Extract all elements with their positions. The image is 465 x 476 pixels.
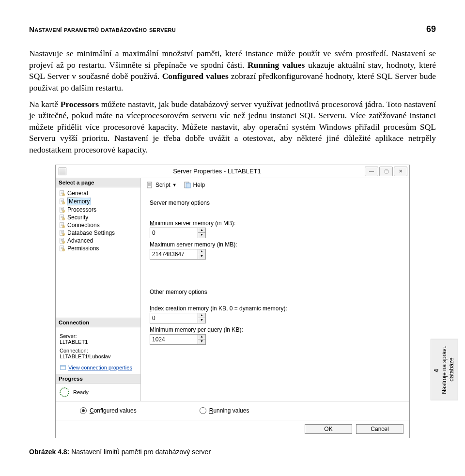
page-item-advanced[interactable]: Advanced (56, 237, 140, 245)
page-item-label: Connections (67, 222, 100, 229)
max-memory-label: Maximum server memory (in MB): (150, 241, 401, 248)
spin-up-icon[interactable]: ▲ (198, 228, 205, 233)
script-dropdown[interactable]: Script ▼ (146, 181, 177, 189)
ready-icon (60, 387, 69, 397)
page-item-label: Security (67, 214, 88, 221)
page-header-title: Nastavení parametrů databázového serveru (29, 25, 176, 33)
close-button[interactable]: ✕ (394, 167, 407, 176)
page-item-label: General (67, 190, 88, 197)
chevron-down-icon: ▼ (172, 183, 177, 187)
spin-down-icon[interactable]: ▼ (198, 318, 205, 323)
spin-down-icon[interactable]: ▼ (198, 233, 205, 238)
server-properties-window: Server Properties - LLTABLET1 — ▢ ✕ Sele… (55, 165, 410, 438)
minimize-button[interactable]: — (365, 167, 378, 176)
spin-up-icon[interactable]: ▲ (198, 249, 205, 255)
page-item-label: Database Settings (67, 230, 115, 236)
page-number: 69 (426, 24, 436, 34)
svg-rect-12 (60, 238, 64, 243)
page-icon (59, 198, 65, 205)
page-item-label: Advanced (67, 237, 93, 244)
svg-rect-0 (60, 190, 64, 196)
server-value: LLTABLET1 (60, 339, 137, 345)
properties-icon (60, 364, 66, 371)
script-icon (146, 181, 154, 189)
max-memory-spinner[interactable]: ▲ ▼ (150, 249, 206, 260)
page-icon (59, 190, 65, 197)
index-memory-spinner[interactable]: ▲ ▼ (150, 313, 206, 323)
connection-value: LLTABLET1\Luboslav (60, 353, 137, 359)
svg-rect-18 (147, 182, 152, 188)
app-icon (59, 168, 66, 175)
svg-rect-2 (60, 199, 64, 204)
server-label: Server: (60, 333, 137, 339)
page-item-memory[interactable]: Memory (56, 197, 140, 206)
min-memory-spinner[interactable]: ▲ ▼ (150, 228, 206, 238)
page-item-connections[interactable]: Connections (56, 221, 140, 229)
connection-header: Connection (56, 318, 140, 327)
page-item-processors[interactable]: Processors (56, 206, 140, 214)
svg-rect-4 (60, 207, 64, 212)
page-icon (59, 237, 65, 244)
page-list: GeneralMemoryProcessorsSecurityConnectio… (56, 187, 140, 254)
body-paragraph-1: Nastavuje se minimální a maximální množs… (29, 48, 436, 94)
view-connection-properties-link[interactable]: View connection properties (60, 364, 137, 371)
page-item-permissions[interactable]: Permissions (56, 245, 140, 252)
spin-up-icon[interactable]: ▲ (198, 313, 205, 319)
select-page-header: Select a page (56, 178, 140, 187)
page-item-security[interactable]: Security (56, 214, 140, 221)
page-icon (59, 206, 65, 213)
connection-label: Connection: (60, 348, 137, 353)
spin-down-icon[interactable]: ▼ (198, 339, 205, 344)
svg-rect-16 (61, 365, 66, 369)
svg-rect-6 (60, 215, 64, 220)
min-query-memory-input[interactable] (150, 335, 198, 344)
spin-down-icon[interactable]: ▼ (198, 254, 205, 259)
running-values-radio[interactable]: Running values (200, 407, 249, 414)
svg-rect-14 (60, 246, 64, 251)
page-item-database-settings[interactable]: Database Settings (56, 229, 140, 237)
index-memory-label: Index creation memory (in KB, 0 = dynami… (150, 305, 401, 312)
page-icon (59, 245, 65, 252)
svg-rect-20 (186, 183, 190, 188)
titlebar[interactable]: Server Properties - LLTABLET1 — ▢ ✕ (56, 165, 409, 178)
svg-rect-10 (60, 230, 64, 235)
min-memory-label: Minimum server memory (in MB): (150, 220, 401, 227)
page-icon (59, 222, 65, 229)
page-item-label: Memory (67, 198, 91, 205)
body-paragraph-2: Na kartě Processors můžete nastavit, jak… (29, 99, 436, 156)
help-button[interactable]: Help (184, 181, 205, 189)
spin-up-icon[interactable]: ▲ (198, 335, 205, 340)
page-item-general[interactable]: General (56, 189, 140, 197)
progress-header: Progress (56, 374, 140, 384)
cancel-button[interactable]: Cancel (356, 424, 403, 434)
figure-caption: Obrázek 4.8: Nastavení limitů paměti pro… (29, 448, 436, 456)
ready-label: Ready (73, 389, 89, 395)
page-item-label: Processors (67, 206, 96, 213)
server-memory-group: Server memory options (150, 200, 401, 206)
min-query-memory-spinner[interactable]: ▲ ▼ (150, 334, 206, 345)
configured-values-radio[interactable]: Configured values (80, 407, 137, 414)
svg-rect-8 (60, 222, 64, 228)
window-title: Server Properties - LLTABLET1 (69, 168, 365, 175)
maximize-button[interactable]: ▢ (379, 167, 393, 176)
side-tab: 4 Nástroje na správu databáze (431, 339, 458, 400)
page-icon (59, 230, 65, 236)
help-icon (184, 181, 191, 189)
radio-icon (80, 407, 87, 414)
ok-button[interactable]: OK (305, 424, 352, 434)
min-query-memory-label: Minimum memory per query (in KB): (150, 326, 401, 333)
other-memory-group: Other memory options (150, 289, 401, 295)
max-memory-input[interactable] (150, 249, 198, 259)
page-item-label: Permissions (67, 245, 99, 252)
index-memory-input[interactable] (150, 313, 198, 323)
radio-icon (200, 407, 206, 414)
min-memory-input[interactable] (150, 228, 198, 238)
page-icon (59, 214, 65, 221)
